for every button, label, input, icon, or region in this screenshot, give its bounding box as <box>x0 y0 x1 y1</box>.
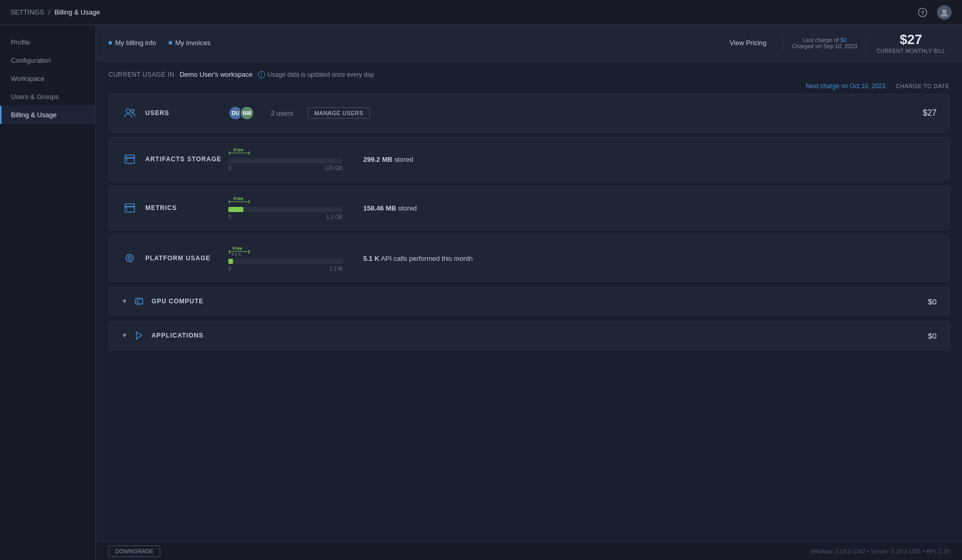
top-nav: SETTINGS / Billing & Usage ? <box>0 0 962 25</box>
platform-card-row: PLATFORM USAGE Free 5.1 K <box>109 235 949 281</box>
top-nav-icons: ? <box>915 5 952 20</box>
gpu-collapse-row[interactable]: ▼ GPU COMPUTE <box>109 287 949 315</box>
svg-point-2 <box>942 9 946 13</box>
users-card: USERS DU NW 2 users MANAGE USERS $27 <box>108 94 950 132</box>
breadcrumb-settings: SETTINGS <box>10 8 44 16</box>
artifacts-card: ARTIFACTS STORAGE Free <box>108 137 950 181</box>
usage-header-row: CURRENT USAGE IN Demo User's workspace i… <box>96 61 962 81</box>
next-charge-row: Next charge on Oct 10, 2023 CHARGE TO DA… <box>96 81 962 94</box>
artifacts-card-row: ARTIFACTS STORAGE Free <box>109 138 949 180</box>
next-charge-text: Next charge on Oct 10, 2023 <box>806 82 885 90</box>
footer-bar: DOWNGRADE WebApp: 3.19.0-1342 • Server: … <box>96 541 962 560</box>
metrics-free-label-row: Free <box>228 196 342 204</box>
breadcrumb-current: Billing & Usage <box>54 8 100 16</box>
metrics-card: METRICS Free <box>108 186 950 230</box>
applications-collapse-row[interactable]: ▼ APPLICATIONS $0 <box>109 321 949 349</box>
svg-text:Free: Free <box>233 147 243 152</box>
usage-cards: USERS DU NW 2 users MANAGE USERS $27 <box>96 94 962 355</box>
applications-card: ▼ APPLICATIONS $0 <box>108 321 950 350</box>
last-charge-block: Last charge of $0 Charged on Sep 10, 202… <box>792 37 865 49</box>
sidebar-item-users-groups[interactable]: Users & Groups <box>0 88 95 106</box>
artifacts-card-center: Free 0 120 GB 299.2 <box>228 147 937 171</box>
gpu-icon <box>133 297 145 306</box>
users-card-row: USERS DU NW 2 users MANAGE USERS $27 <box>109 94 949 132</box>
metrics-stored-text: 158.46 MB stored <box>363 204 417 212</box>
svg-point-4 <box>131 109 134 113</box>
svg-point-21 <box>126 255 133 262</box>
gpu-card: ▼ GPU COMPUTE <box>108 287 950 316</box>
artifacts-progress-container: Free 0 120 GB <box>228 147 342 171</box>
platform-icon <box>121 254 138 263</box>
downgrade-button[interactable]: DOWNGRADE <box>108 545 160 557</box>
artifacts-progress-bar <box>228 158 342 163</box>
sidebar-item-profile[interactable]: Profile <box>0 33 95 51</box>
user-icon <box>940 8 949 17</box>
info-icon: i <box>258 71 265 78</box>
artifacts-free-range-svg: Free <box>228 147 259 156</box>
metrics-progress-bar <box>228 207 342 212</box>
user-count: 2 users <box>271 109 293 117</box>
svg-text:5.1 K: 5.1 K <box>231 252 241 256</box>
metrics-progress-container: Free 0 1.2 GB <box>228 196 342 220</box>
applications-icon <box>133 331 145 340</box>
breadcrumb: SETTINGS / Billing & Usage <box>10 8 100 16</box>
artifacts-stored-text: 299.2 MB stored <box>363 156 413 163</box>
svg-point-22 <box>128 257 131 260</box>
artifacts-card-title: ARTIFACTS STORAGE <box>145 156 228 163</box>
billing-tab-info[interactable]: My billing info <box>108 39 156 47</box>
user-avatar-button[interactable] <box>937 5 952 20</box>
artifacts-icon <box>121 155 138 164</box>
billing-header: My billing info My invoices View Pricing… <box>96 25 962 61</box>
tab-dot-invoices <box>169 41 172 45</box>
sidebar-item-workspace[interactable]: Workspace <box>0 69 95 88</box>
metrics-icon <box>121 203 138 213</box>
billing-right: View Pricing Last charge of $0 Charged o… <box>721 32 950 53</box>
charge-to-date-button[interactable]: CHARGE TO DATE <box>896 83 950 89</box>
monthly-bill-block: $27 CURRENT MONTHLY BILL <box>866 32 950 53</box>
platform-free-range-svg: Free 5.1 K <box>228 245 270 256</box>
platform-progress-container: Free 5.1 K 0 1.2 M <box>228 245 342 272</box>
breadcrumb-separator: / <box>48 8 50 16</box>
gpu-amount: $0 <box>928 297 937 306</box>
metrics-free-range-svg: Free <box>228 196 259 204</box>
users-amount: $27 <box>923 108 937 118</box>
artifacts-progress-range: 0 120 GB <box>228 165 342 171</box>
users-card-center: DU NW 2 users MANAGE USERS <box>228 106 923 120</box>
platform-free-label-row: Free 5.1 K <box>228 245 342 256</box>
billing-divider-1 <box>783 33 784 53</box>
manage-users-button[interactable]: MANAGE USERS <box>308 107 370 119</box>
platform-card: PLATFORM USAGE Free 5.1 K <box>108 235 950 282</box>
avatar-group: DU NW <box>228 106 254 120</box>
version-text: WebApp: 3.19.0-1342 • Server: 3.19.0-118… <box>810 548 950 554</box>
usage-title: CURRENT USAGE IN Demo User's workspace i… <box>108 71 375 78</box>
svg-text:Free: Free <box>233 196 243 201</box>
artifacts-free-label-row: Free <box>228 147 342 156</box>
applications-amount: $0 <box>928 331 937 340</box>
sidebar-item-configuration[interactable]: Configuration <box>0 51 95 69</box>
platform-card-title: PLATFORM USAGE <box>145 255 228 262</box>
view-pricing-button[interactable]: View Pricing <box>721 36 775 50</box>
gpu-title: GPU COMPUTE <box>152 298 203 305</box>
metrics-card-center: Free 0 1.2 GB 158.4 <box>228 196 937 220</box>
sidebar-item-billing-usage[interactable]: Billing & Usage <box>0 106 95 124</box>
help-button[interactable]: ? <box>915 5 930 20</box>
info-badge: i Usage data is updated once every day. <box>258 71 375 78</box>
metrics-card-title: METRICS <box>145 204 228 212</box>
billing-tabs: My billing info My invoices <box>108 39 211 47</box>
metrics-bar-fill <box>228 207 243 212</box>
platform-api-calls-text: 5.1 K API calls performed this month <box>363 255 473 262</box>
help-icon: ? <box>918 8 927 17</box>
platform-card-center: Free 5.1 K 0 1.2 M <box>228 245 937 272</box>
platform-bar-fill <box>228 259 233 264</box>
platform-progress-range: 0 1.2 M <box>228 266 342 272</box>
svg-text:Free: Free <box>232 246 242 251</box>
users-icon <box>121 108 138 118</box>
layout: Profile Configuration Workspace Users & … <box>0 25 962 560</box>
gpu-chevron-icon: ▼ <box>121 298 128 305</box>
applications-chevron-icon: ▼ <box>121 332 128 339</box>
users-card-title: USERS <box>145 109 228 117</box>
metrics-progress-range: 0 1.2 GB <box>228 214 342 220</box>
billing-tab-invoices[interactable]: My invoices <box>169 39 211 47</box>
platform-progress-bar <box>228 259 342 264</box>
svg-point-3 <box>126 109 130 113</box>
